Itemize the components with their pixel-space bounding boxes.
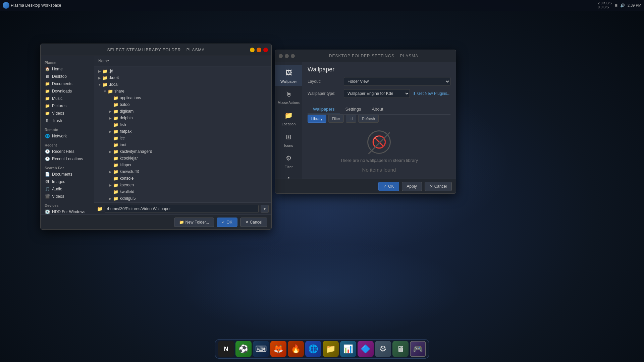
id-filter-btn[interactable]: Id — [346, 115, 356, 123]
tree-item-label: kxmlgui5 — [120, 196, 136, 201]
sidebar-item-search-images[interactable]: 🖼 Images — [41, 178, 94, 185]
cancel-button[interactable]: ✕ Cancel — [240, 218, 267, 227]
tree-item-applications[interactable]: 📁applications — [94, 95, 271, 101]
path-input[interactable] — [105, 205, 259, 213]
sidebar-item-trash[interactable]: 🗑 Trash — [41, 117, 94, 124]
tree-item-share[interactable]: ▼📁share — [94, 88, 271, 95]
sidebar-item-pictures[interactable]: 📁 Pictures — [41, 102, 94, 110]
get-new-plugins-link[interactable]: ⬇ Get New Plugins... — [413, 91, 450, 96]
file-dialog: Select SteamLibrary Folder – Plasma Plac… — [40, 44, 272, 230]
dock-terminal[interactable]: ⌨ — [253, 341, 269, 357]
tree-item-kwalletd[interactable]: 📁kwalletd — [94, 188, 271, 195]
sidebar-item-search-videos[interactable]: 🎬 Videos — [41, 193, 94, 200]
file-dialog-titlebar: Select SteamLibrary Folder – Plasma — [41, 44, 271, 56]
tree-item-klipper[interactable]: 📁klipper — [94, 162, 271, 168]
tree-arrow — [108, 142, 113, 147]
settings-ok-button[interactable]: ✓ OK — [378, 182, 399, 191]
clock: 2:39 PM — [628, 3, 641, 7]
nav-item-about[interactable]: ℹ About — [275, 172, 302, 179]
settings-options: Layout: Folder View Wallpaper type: Wall… — [302, 73, 456, 102]
sys-tray: 🔊 — [620, 3, 625, 8]
nav-item-mouse-actions[interactable]: 🖱 Mouse Actions — [275, 86, 302, 107]
sidebar-item-documents[interactable]: 📁 Documents — [41, 80, 94, 87]
tree-item--kde4[interactable]: ▶📁.kde4 — [94, 74, 271, 81]
sidebar-item-search-docs[interactable]: 📄 Documents — [41, 171, 94, 178]
file-tree[interactable]: ▶📁.jd▶📁.kde4▼📁.local▼📁share📁applications… — [94, 66, 271, 202]
file-dialog-bottom-bar: 📁 New Folder... ✓ OK ✕ Cancel — [41, 215, 271, 229]
settings-apply-button[interactable]: Apply — [402, 182, 422, 191]
net-up: 2.0 KiB/S — [598, 1, 612, 5]
sidebar-item-hdd-windows[interactable]: 💽 HDD For Windows — [41, 208, 94, 215]
tree-item-icc[interactable]: 📁icc — [94, 135, 271, 141]
tree-item-dolphin[interactable]: ▶📁dolphin — [94, 115, 271, 121]
nav-item-location[interactable]: 📁 Location — [275, 107, 302, 129]
settings-apply-label: Apply — [407, 184, 417, 189]
dock-game[interactable]: 🎮 — [410, 341, 426, 357]
tab-about[interactable]: About — [367, 105, 389, 114]
tree-item-kxmlgui5[interactable]: ▶📁kxmlgui5 — [94, 195, 271, 202]
sidebar-item-recent-files[interactable]: 🕐 Recent Files — [41, 148, 94, 155]
sidebar-item-videos[interactable]: 📁 Videos — [41, 110, 94, 117]
sidebar-item-home[interactable]: 🏠 Home — [41, 65, 94, 73]
dock-ball[interactable]: ⚽ — [235, 341, 252, 357]
sidebar-item-desktop[interactable]: 🖥 Desktop — [41, 73, 94, 80]
dock-monitor[interactable]: 📊 — [340, 341, 356, 357]
library-filter-btn[interactable]: Library — [308, 115, 326, 123]
settings-tabs: Wallpapers Settings About — [308, 105, 450, 115]
tree-item--local[interactable]: ▼📁.local — [94, 81, 271, 88]
dock-notion[interactable]: N — [218, 341, 234, 357]
sidebar-item-music[interactable]: 📁 Music — [41, 95, 94, 102]
tree-item-inxi[interactable]: 📁inxi — [94, 141, 271, 148]
dock-settings[interactable]: ⚙ — [375, 341, 391, 357]
dock: N ⚽ ⌨ 🦊 🔥 🌐 📁 📊 🔷 ⚙ 🖥 🎮 — [215, 339, 429, 359]
search-videos-icon: 🎬 — [45, 194, 50, 199]
dock-firefox[interactable]: 🦊 — [270, 341, 286, 357]
refresh-filter-btn[interactable]: Refresh — [358, 115, 379, 123]
filter-filter-btn[interactable]: Filter — [328, 115, 344, 123]
mouse-nav-icon: 🖱 — [283, 89, 294, 100]
maximize-button[interactable] — [257, 48, 261, 52]
new-folder-button[interactable]: 📁 New Folder... — [174, 218, 214, 227]
settings-cancel-button[interactable]: ✕ Cancel — [425, 182, 452, 191]
dock-plasma-app[interactable]: 🔷 — [358, 341, 374, 357]
tree-item-baloo[interactable]: 📁baloo — [94, 101, 271, 108]
tree-item-label: flatpak — [120, 129, 131, 134]
nav-item-icons[interactable]: ⊞ Icons — [275, 129, 302, 150]
tree-arrow: ▶ — [97, 75, 102, 80]
tree-item-kactivitymanagerd[interactable]: ▶📁kactivitymanagerd — [94, 148, 271, 155]
tree-item-digikam[interactable]: ▶📁digikam — [94, 108, 271, 115]
recent-files-icon: 🕐 — [45, 149, 50, 154]
layout-select[interactable]: Folder View — [344, 77, 450, 86]
folder-icon: 📁 — [113, 156, 118, 161]
sidebar-item-network[interactable]: 🌐 Network — [41, 132, 94, 140]
tree-item-flatpak[interactable]: ▶📁flatpak — [94, 128, 271, 135]
recent-label: Recent — [41, 141, 94, 148]
path-expand-btn[interactable]: ▼ — [261, 205, 269, 213]
tree-item-kscreen[interactable]: ▶📁kscreen — [94, 182, 271, 188]
ok-button[interactable]: ✓ OK — [217, 218, 237, 227]
file-dialog-title: Select SteamLibrary Folder – Plasma — [44, 48, 268, 52]
minimize-button[interactable] — [250, 48, 255, 52]
dock-claw[interactable]: 🔥 — [288, 341, 304, 357]
dock-files[interactable]: 📁 — [323, 341, 339, 357]
close-button[interactable] — [263, 48, 268, 52]
settings-content-title: Wallpaper — [302, 62, 456, 73]
dock-system[interactable]: 🖥 — [392, 341, 409, 357]
new-folder-label: New Folder... — [185, 220, 209, 225]
tree-arrow — [108, 135, 113, 141]
nav-item-wallpaper[interactable]: 🖼 Wallpaper — [275, 65, 302, 86]
sidebar-item-search-audio[interactable]: 🎵 Audio — [41, 185, 94, 193]
wallpaper-type-select[interactable]: Wallpaper Engine for Kde — [344, 89, 410, 98]
settings-dialog-title: Desktop Folder Settings – Plasma — [295, 54, 452, 58]
tree-item-kcookiejar[interactable]: 📁kcookiejar — [94, 155, 271, 162]
tree-item-fish[interactable]: 📁fish — [94, 121, 271, 128]
sidebar-item-downloads[interactable]: 📁 Downloads — [41, 87, 94, 95]
tree-item--jd[interactable]: ▶📁.jd — [94, 68, 271, 74]
tree-item-konsole[interactable]: 📁konsole — [94, 175, 271, 182]
nav-item-filter[interactable]: ⚙ Filter — [275, 150, 302, 172]
sidebar-item-recent-locations[interactable]: 🕐 Recent Locations — [41, 155, 94, 163]
dock-browser[interactable]: 🌐 — [305, 341, 321, 357]
tab-wallpapers[interactable]: Wallpapers — [308, 105, 340, 114]
tree-item-knewstuff3[interactable]: ▶📁knewstuff3 — [94, 168, 271, 175]
tab-settings[interactable]: Settings — [340, 105, 367, 114]
